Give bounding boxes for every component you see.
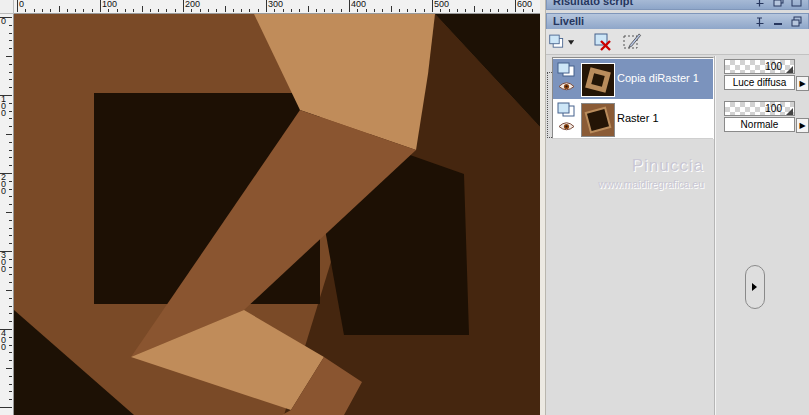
ruler-tick [6, 56, 12, 57]
ruler-tick [0, 407, 12, 408]
opacity-value: 100 [765, 61, 782, 72]
layers-panel-title: Livelli [553, 15, 584, 27]
pin-icon[interactable] [755, 16, 766, 27]
ruler-tick [9, 274, 12, 275]
ruler-label: 0 [1, 266, 9, 273]
ruler-tick [200, 9, 201, 12]
restore-icon[interactable] [791, 16, 802, 27]
ruler-tick [9, 376, 12, 377]
ruler-tick [9, 399, 12, 400]
delete-layer-button[interactable] [590, 31, 616, 53]
visibility-eye-icon[interactable] [558, 121, 575, 132]
watermark-url: www.maidiregrafica.eu [554, 178, 704, 190]
ruler-tick [34, 9, 35, 12]
ruler-tick [9, 126, 12, 127]
ruler-tick [9, 196, 12, 197]
ruler-label: 200 [185, 0, 200, 9]
ruler-tick [507, 9, 508, 12]
blend-group-copia: 100 Luce diffusa ▶ [724, 59, 809, 90]
blend-mode-value: Luce diffusa [733, 77, 787, 88]
ruler-tick [9, 259, 12, 260]
opacity-slider[interactable]: 100 [724, 101, 795, 116]
ruler-tick [9, 103, 12, 104]
ruler-tick [9, 298, 12, 299]
ruler-tick [59, 6, 60, 12]
ruler-tick [498, 9, 499, 12]
layer-list: Copia diRaster 1 Raster 1 [552, 57, 714, 139]
ruler-tick [6, 134, 12, 135]
ruler-tick [216, 9, 217, 12]
layers-panel-titlebar[interactable]: Livelli [546, 13, 809, 30]
ruler-tick [457, 9, 458, 12]
blend-mode-select[interactable]: Normale [724, 117, 795, 132]
new-layer-icon [548, 33, 567, 51]
pin-icon[interactable] [755, 0, 766, 7]
layer-thumbnail[interactable] [581, 63, 615, 97]
panel-collapse-button[interactable] [745, 265, 765, 309]
ruler-tick [324, 9, 325, 12]
restore-icon[interactable] [773, 0, 784, 7]
ruler-tick [482, 9, 483, 12]
panel-divider[interactable] [714, 56, 716, 415]
ruler-tick [9, 157, 12, 158]
ruler-tick [399, 9, 400, 12]
ruler-tick [150, 9, 151, 12]
ruler-label: 500 [434, 0, 449, 9]
ruler-tick [432, 0, 433, 12]
ruler-label: 100 [102, 0, 117, 9]
ruler-tick [449, 9, 450, 12]
delete-layer-icon [593, 33, 613, 51]
ruler-tick [67, 9, 68, 12]
blend-mode-arrow-button[interactable]: ▶ [796, 118, 809, 133]
ruler-tick [9, 118, 12, 119]
ruler-tick [357, 9, 358, 12]
ruler-tick [9, 228, 12, 229]
layer-row-copia-diraster-1[interactable]: Copia diRaster 1 [553, 59, 713, 99]
app-window: { "panels": { "script_result": { "title"… [0, 0, 809, 415]
ruler-tick [9, 189, 12, 190]
ruler-tick [75, 9, 76, 12]
opacity-slider-handle-icon[interactable] [786, 66, 793, 73]
ruler-label: 0 [1, 344, 9, 351]
ruler-label: 0 [1, 110, 9, 117]
layer-type-icon [557, 62, 577, 78]
ruler-tick [6, 290, 12, 291]
ruler-tick [490, 9, 491, 12]
blend-mode-select[interactable]: Luce diffusa [724, 75, 795, 90]
ruler-tick [175, 9, 176, 12]
image-canvas[interactable] [14, 14, 540, 415]
ruler-tick [9, 25, 12, 26]
ruler-tick [391, 6, 392, 12]
new-layer-button[interactable] [548, 31, 574, 53]
watermark-name: Pinuccia [554, 156, 704, 176]
layer-thumbnail[interactable] [581, 103, 615, 137]
visibility-eye-icon[interactable] [558, 81, 575, 92]
minimize-icon[interactable] [773, 16, 784, 27]
ruler-tick [9, 204, 12, 205]
ruler-tick [100, 0, 101, 12]
layer-name: Copia diRaster 1 [617, 72, 699, 84]
dropdown-arrow-icon[interactable] [568, 40, 574, 45]
opacity-slider-handle-icon[interactable] [786, 108, 793, 115]
layer-type-icon [557, 102, 577, 118]
ruler-tick [382, 9, 383, 12]
ruler-label: 0 [1, 18, 9, 25]
ruler-tick [299, 9, 300, 12]
ruler-tick [9, 243, 12, 244]
ruler-tick [523, 9, 524, 12]
blend-mode-arrow-button[interactable]: ▶ [796, 76, 809, 91]
ruler-tick [9, 337, 12, 338]
layer-row-raster-1[interactable]: Raster 1 [553, 99, 713, 139]
vertical-ruler: 0100200300400 [0, 14, 14, 415]
opacity-slider[interactable]: 100 [724, 59, 795, 74]
ruler-tick [9, 391, 12, 392]
ruler-tick [9, 267, 12, 268]
ruler-tick [9, 282, 12, 283]
ruler-tick [225, 6, 226, 12]
ruler-tick [258, 9, 259, 12]
edit-selection-button[interactable] [620, 31, 646, 53]
script-result-titlebar[interactable]: Risultato script [546, 0, 809, 10]
ruler-tick [133, 9, 134, 12]
maximize-icon[interactable] [791, 0, 802, 7]
ruler-tick [158, 9, 159, 12]
